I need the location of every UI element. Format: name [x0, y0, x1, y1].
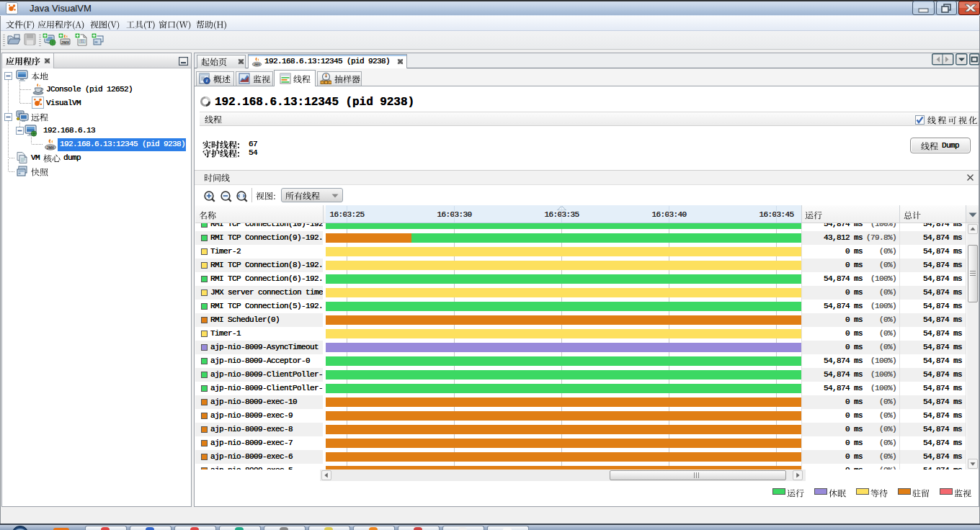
svg-text:JMX: JMX	[47, 145, 55, 150]
svg-text:i: i	[206, 78, 208, 83]
svg-text:01: 01	[80, 40, 84, 43]
svg-text:JMX: JMX	[254, 63, 260, 66]
svg-text:JMX: JMX	[61, 40, 70, 45]
